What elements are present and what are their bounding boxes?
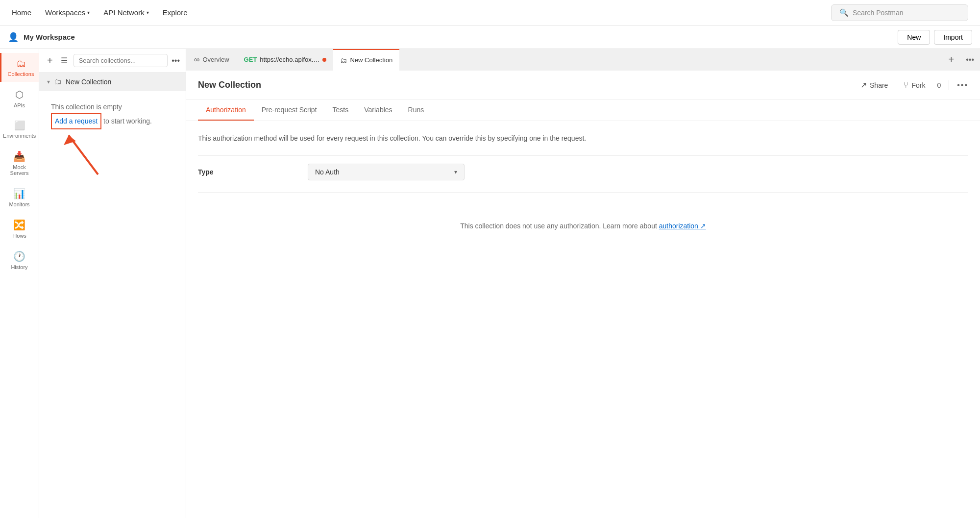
filter-button[interactable]: ☰ (59, 55, 70, 66)
main-content: ∞ Overview GET https://echo.apifox.… 🗂 N… (186, 49, 980, 518)
new-tab-button[interactable]: + (943, 49, 960, 71)
overview-icon: ∞ (194, 55, 199, 64)
nav-workspaces[interactable]: Workspaces ▾ (45, 8, 90, 17)
history-icon: 🕐 (13, 250, 25, 262)
auth-type-select[interactable]: No Auth ▾ (308, 164, 465, 180)
chevron-down-icon: ▾ (147, 10, 149, 15)
collections-panel: + ☰ ••• ▾ 🗂 New Collection This collecti… (39, 49, 186, 518)
collections-more-button[interactable]: ••• (172, 56, 180, 65)
sidebar: 🗂 Collections ⬡ APIs ⬜ Environments 📥 Mo… (0, 49, 39, 518)
sidebar-monitors-label: Monitors (9, 201, 29, 207)
environments-icon: ⬜ (14, 120, 25, 131)
content-tabs: Authorization Pre-request Script Tests V… (186, 100, 980, 121)
sidebar-item-collections[interactable]: 🗂 Collections (0, 53, 39, 82)
fork-count: 0 (937, 81, 941, 89)
share-icon: ↗ (860, 80, 867, 90)
collections-icon: 🗂 (16, 58, 26, 69)
workspace-bar: 👤 My Workspace New Import (0, 25, 980, 49)
type-label: Type (198, 168, 296, 176)
chevron-down-icon: ▾ (47, 78, 50, 85)
import-button[interactable]: Import (934, 30, 972, 45)
sidebar-item-monitors[interactable]: 📊 Monitors (2, 183, 37, 212)
svg-marker-1 (64, 135, 76, 145)
nav-api-network[interactable]: API Network ▾ (103, 8, 148, 17)
collection-folder-icon: 🗂 (54, 77, 62, 86)
share-button[interactable]: ↗ Share (857, 78, 892, 92)
authorization-content: This authorization method will be used f… (186, 121, 980, 518)
tab-bar: ∞ Overview GET https://echo.apifox.… 🗂 N… (186, 49, 980, 71)
collection-name: New Collection (66, 78, 111, 86)
monitors-icon: 📊 (13, 188, 25, 199)
collection-row[interactable]: ▾ 🗂 New Collection (39, 73, 186, 91)
sidebar-apis-label: APIs (14, 102, 25, 108)
search-icon: 🔍 (839, 8, 849, 17)
tab-overview[interactable]: ∞ Overview (186, 49, 237, 71)
collection-tab-label: New Collection (350, 56, 392, 64)
sidebar-item-environments[interactable]: ⬜ Environments (2, 115, 37, 144)
get-url-label: https://echo.apifox.… (260, 56, 319, 63)
sidebar-mock-servers-label: Mock Servers (6, 164, 33, 176)
tab-new-collection[interactable]: 🗂 New Collection (333, 49, 399, 71)
top-nav: Home Workspaces ▾ API Network ▾ Explore … (0, 0, 980, 25)
tab-tests[interactable]: Tests (325, 100, 357, 121)
svg-line-0 (69, 135, 98, 174)
new-button[interactable]: New (898, 30, 930, 45)
sidebar-flows-label: Flows (12, 233, 26, 239)
sidebar-item-mock-servers[interactable]: 📥 Mock Servers (2, 146, 37, 181)
sidebar-history-label: History (11, 264, 27, 270)
collection-tab-icon: 🗂 (340, 56, 347, 64)
empty-state-text: This collection is empty Add a request t… (51, 101, 174, 129)
chevron-down-icon: ▾ (87, 10, 90, 15)
sidebar-collections-label: Collections (8, 71, 34, 77)
nav-home[interactable]: Home (12, 8, 31, 17)
fork-button[interactable]: ⑂ Fork (900, 79, 929, 92)
apis-icon: ⬡ (15, 89, 24, 100)
chevron-down-icon: ▾ (454, 169, 457, 175)
no-auth-message: This collection does not use any authori… (198, 222, 968, 230)
add-collection-button[interactable]: + (45, 54, 55, 67)
add-request-link[interactable]: Add a request (51, 113, 101, 129)
content-more-button[interactable]: ••• (957, 81, 968, 90)
fork-icon: ⑂ (904, 81, 908, 90)
collections-search-input[interactable] (74, 54, 168, 67)
search-bar[interactable]: 🔍 Search Postman (831, 4, 968, 21)
tab-runs[interactable]: Runs (400, 100, 432, 121)
content-title: New Collection (198, 80, 261, 90)
get-method-label: GET (244, 56, 257, 63)
sidebar-item-flows[interactable]: 🔀 Flows (2, 214, 37, 244)
content-header: New Collection ↗ Share ⑂ Fork 0 ••• (186, 71, 980, 100)
search-placeholder: Search Postman (853, 9, 904, 17)
mock-servers-icon: 📥 (13, 150, 25, 162)
tab-pre-request-script[interactable]: Pre-request Script (254, 100, 325, 121)
flows-icon: 🔀 (13, 219, 25, 231)
sidebar-item-apis[interactable]: ⬡ APIs (2, 84, 37, 113)
authorization-link[interactable]: authorization ↗ (659, 222, 706, 230)
sidebar-environments-label: Environments (3, 133, 36, 139)
tab-get-request[interactable]: GET https://echo.apifox.… (237, 49, 334, 71)
tab-authorization[interactable]: Authorization (198, 100, 254, 121)
user-icon: 👤 (8, 32, 19, 43)
workspace-name: My Workspace (24, 33, 75, 41)
sidebar-item-history[interactable]: 🕐 History (2, 246, 37, 275)
nav-explore[interactable]: Explore (163, 8, 188, 17)
tabs-more-button[interactable]: ••• (960, 49, 980, 71)
tab-variables[interactable]: Variables (356, 100, 400, 121)
auth-description: This authorization method will be used f… (198, 133, 590, 144)
tab-indicator-dot (322, 58, 326, 62)
